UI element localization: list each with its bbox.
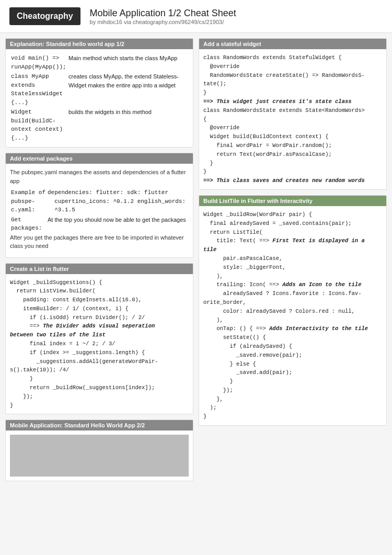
desc-2: creates class MyApp, the extend Stateles… <box>67 72 189 107</box>
logo: Cheatography <box>9 7 80 25</box>
listtile-comment2: Adds an Icon to the tile <box>282 281 361 288</box>
section-list-body: Widget _buildSuggestions() { return List… <box>6 274 193 414</box>
packages-after: After you get the packages there are fre… <box>10 233 189 251</box>
page-title: Mobile Application 1/2 Cheat Sheet <box>90 8 236 19</box>
section-hello-world-header: Explanation: Standard hello world app 1/… <box>6 39 193 49</box>
listtile-comment1: First Text is displayed in a tile <box>203 237 365 253</box>
listtile-code: Widget _buildRow(WordPair pair) { final … <box>203 210 382 421</box>
table-row: Getpackages: At the top you should now b… <box>10 215 189 233</box>
list-code: Widget _buildSuggestions() { return List… <box>10 278 189 410</box>
page-header: Cheatography Mobile Application 1/2 Chea… <box>0 0 392 33</box>
stateful-comment2: ==> This class saves and creates new ran… <box>203 177 365 184</box>
section-listtile: Build ListTile in Flutter with Interacti… <box>199 195 387 426</box>
table-row: class MyApp extendsStatelessWidget {...}… <box>10 72 189 107</box>
desc-1: Main method which starts the class MyApp <box>67 53 189 72</box>
stateful-code: class RandomWords extends StatefulWidget… <box>203 53 382 185</box>
section-hello-world-2: Mobile Application: Standard Hello World… <box>5 420 193 481</box>
example-label: Example ofpubspe-c.yaml: <box>10 188 47 215</box>
hello-world-table: void main() =>runApp(MyApp()); Main meth… <box>10 53 189 143</box>
left-column: Explanation: Standard hello world app 1/… <box>5 38 193 481</box>
placeholder-content <box>10 435 189 477</box>
section-list: Create a List in flutter Widget _buildSu… <box>5 263 193 415</box>
main-content: Explanation: Standard hello world app 1/… <box>0 33 392 486</box>
section-hello-world-2-header: Mobile Application: Standard Hello World… <box>6 420 193 431</box>
section-stateful: Add a stateful widget class RandomWords … <box>199 38 387 190</box>
table-row: Widget build(BuildC-ontext context) {...… <box>10 107 189 143</box>
get-desc: At the top you should now be able to get… <box>47 215 189 233</box>
section-hello-world: Explanation: Standard hello world app 1/… <box>5 38 193 148</box>
page-subtitle: by mihdoc16 via cheatography.com/96249/c… <box>90 19 236 25</box>
section-hello-world-body: void main() =>runApp(MyApp()); Main meth… <box>6 49 193 147</box>
get-label: Getpackages: <box>10 215 47 233</box>
right-column: Add a stateful widget class RandomWords … <box>199 38 387 481</box>
term-2: class MyApp extendsStatelessWidget {...} <box>10 72 67 107</box>
table-row: Example ofpubspe-c.yaml: dependencies: f… <box>10 188 189 215</box>
section-listtile-header: Build ListTile in Flutter with Interacti… <box>199 196 386 206</box>
stateful-comment1: ==> This widget just creates it's state … <box>203 98 352 105</box>
section-stateful-body: class RandomWords extends StatefulWidget… <box>199 49 386 189</box>
packages-table: Example ofpubspe-c.yaml: dependencies: f… <box>10 188 189 233</box>
section-packages: Add external packages The pubspec.yaml m… <box>5 153 193 258</box>
term-1: void main() =>runApp(MyApp()); <box>10 53 67 72</box>
table-row: void main() =>runApp(MyApp()); Main meth… <box>10 53 189 72</box>
section-hello-world-2-body <box>6 431 193 481</box>
section-listtile-body: Widget _buildRow(WordPair pair) { final … <box>199 206 386 425</box>
example-code: dependencies: flutter: sdk: flutter cupe… <box>47 188 189 215</box>
term-3: Widget build(BuildC-ontext context) {...… <box>10 107 67 143</box>
listtile-comment3: Adds Interactivity to the tile <box>269 325 368 332</box>
section-list-header: Create a List in flutter <box>6 264 193 274</box>
section-packages-header: Add external packages <box>6 153 193 164</box>
section-packages-body: The pubspec.yaml manages the assets and … <box>6 164 193 257</box>
list-comment1: The Divider adds visual seperation betwe… <box>10 323 155 338</box>
packages-intro: The pubspec.yaml manages the assets and … <box>10 168 189 185</box>
desc-3: builds the widgets in this method <box>67 107 189 143</box>
section-stateful-header: Add a stateful widget <box>199 39 386 49</box>
header-title-block: Mobile Application 1/2 Cheat Sheet by mi… <box>90 8 236 25</box>
